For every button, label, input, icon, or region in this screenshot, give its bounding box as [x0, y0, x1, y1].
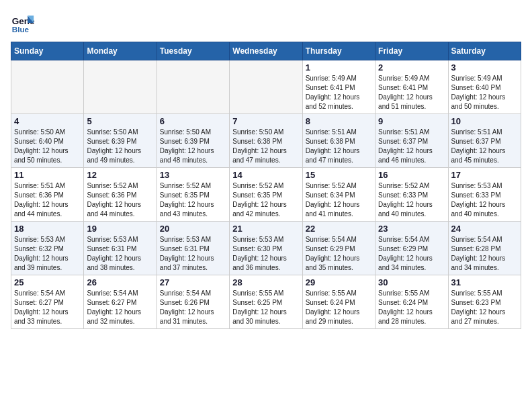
- day-number: 17: [451, 170, 518, 180]
- calendar-cell: 6Sunrise: 5:50 AMSunset: 6:39 PMDaylight…: [157, 114, 229, 168]
- day-number: 16: [378, 170, 445, 180]
- day-number: 2: [378, 62, 445, 73]
- calendar-cell: 8Sunrise: 5:51 AMSunset: 6:38 PMDaylight…: [302, 114, 375, 168]
- day-info: Sunrise: 5:54 AMSunset: 6:26 PMDaylight:…: [160, 289, 226, 326]
- calendar-cell: 10Sunrise: 5:51 AMSunset: 6:37 PMDayligh…: [448, 114, 521, 168]
- header-thursday: Thursday: [302, 42, 375, 60]
- calendar-cell: 27Sunrise: 5:54 AMSunset: 6:26 PMDayligh…: [157, 275, 229, 329]
- calendar-cell: [84, 60, 157, 114]
- calendar-cell: 19Sunrise: 5:53 AMSunset: 6:31 PMDayligh…: [84, 222, 157, 275]
- header-wednesday: Wednesday: [230, 42, 302, 60]
- week-row-1: 1Sunrise: 5:49 AMSunset: 6:41 PMDaylight…: [11, 60, 521, 114]
- day-info: Sunrise: 5:53 AMSunset: 6:32 PMDaylight:…: [14, 235, 81, 273]
- day-info: Sunrise: 5:54 AMSunset: 6:27 PMDaylight:…: [14, 289, 81, 326]
- calendar-cell: 18Sunrise: 5:53 AMSunset: 6:32 PMDayligh…: [11, 222, 84, 275]
- logo-icon: General Blue: [11, 11, 35, 35]
- calendar-cell: 7Sunrise: 5:50 AMSunset: 6:38 PMDaylight…: [230, 114, 302, 168]
- header-friday: Friday: [375, 42, 448, 60]
- day-info: Sunrise: 5:50 AMSunset: 6:39 PMDaylight:…: [160, 128, 226, 165]
- day-info: Sunrise: 5:50 AMSunset: 6:39 PMDaylight:…: [87, 128, 153, 165]
- day-info: Sunrise: 5:52 AMSunset: 6:34 PMDaylight:…: [306, 181, 372, 219]
- day-info: Sunrise: 5:53 AMSunset: 6:31 PMDaylight:…: [87, 235, 153, 273]
- calendar-cell: [157, 60, 229, 114]
- calendar-cell: 2Sunrise: 5:49 AMSunset: 6:41 PMDaylight…: [375, 60, 448, 114]
- day-number: 27: [160, 277, 226, 287]
- day-number: 18: [14, 224, 81, 234]
- day-info: Sunrise: 5:55 AMSunset: 6:24 PMDaylight:…: [306, 289, 372, 326]
- day-info: Sunrise: 5:51 AMSunset: 6:36 PMDaylight:…: [14, 181, 81, 219]
- calendar-cell: 3Sunrise: 5:49 AMSunset: 6:40 PMDaylight…: [448, 60, 521, 114]
- day-number: 14: [232, 170, 299, 180]
- day-info: Sunrise: 5:52 AMSunset: 6:36 PMDaylight:…: [87, 181, 153, 219]
- calendar-cell: 22Sunrise: 5:54 AMSunset: 6:29 PMDayligh…: [302, 222, 375, 275]
- page-header: General Blue: [11, 11, 521, 35]
- calendar-cell: [230, 60, 302, 114]
- day-info: Sunrise: 5:50 AMSunset: 6:38 PMDaylight:…: [232, 128, 299, 165]
- header-saturday: Saturday: [448, 42, 521, 60]
- day-number: 1: [306, 62, 372, 73]
- day-number: 5: [87, 116, 153, 126]
- calendar-cell: 25Sunrise: 5:54 AMSunset: 6:27 PMDayligh…: [11, 275, 84, 329]
- calendar-cell: 9Sunrise: 5:51 AMSunset: 6:37 PMDaylight…: [375, 114, 448, 168]
- day-number: 21: [232, 224, 299, 234]
- day-info: Sunrise: 5:54 AMSunset: 6:27 PMDaylight:…: [87, 289, 153, 326]
- calendar-cell: 28Sunrise: 5:55 AMSunset: 6:25 PMDayligh…: [230, 275, 302, 329]
- calendar-cell: 31Sunrise: 5:55 AMSunset: 6:23 PMDayligh…: [448, 275, 521, 329]
- day-info: Sunrise: 5:53 AMSunset: 6:33 PMDaylight:…: [451, 181, 518, 219]
- calendar-cell: 12Sunrise: 5:52 AMSunset: 6:36 PMDayligh…: [84, 168, 157, 222]
- calendar-cell: [11, 60, 84, 114]
- day-info: Sunrise: 5:53 AMSunset: 6:30 PMDaylight:…: [232, 235, 299, 273]
- day-number: 30: [378, 277, 445, 287]
- day-info: Sunrise: 5:52 AMSunset: 6:35 PMDaylight:…: [232, 181, 299, 219]
- calendar-cell: 29Sunrise: 5:55 AMSunset: 6:24 PMDayligh…: [302, 275, 375, 329]
- day-info: Sunrise: 5:55 AMSunset: 6:25 PMDaylight:…: [232, 289, 299, 326]
- day-number: 29: [306, 277, 372, 287]
- calendar-cell: 13Sunrise: 5:52 AMSunset: 6:35 PMDayligh…: [157, 168, 229, 222]
- day-info: Sunrise: 5:54 AMSunset: 6:29 PMDaylight:…: [378, 235, 445, 273]
- day-info: Sunrise: 5:55 AMSunset: 6:24 PMDaylight:…: [378, 289, 445, 326]
- calendar-cell: 14Sunrise: 5:52 AMSunset: 6:35 PMDayligh…: [230, 168, 302, 222]
- day-info: Sunrise: 5:49 AMSunset: 6:41 PMDaylight:…: [378, 74, 445, 111]
- calendar-cell: 11Sunrise: 5:51 AMSunset: 6:36 PMDayligh…: [11, 168, 84, 222]
- calendar-cell: 30Sunrise: 5:55 AMSunset: 6:24 PMDayligh…: [375, 275, 448, 329]
- week-row-5: 25Sunrise: 5:54 AMSunset: 6:27 PMDayligh…: [11, 275, 521, 329]
- day-info: Sunrise: 5:51 AMSunset: 6:37 PMDaylight:…: [378, 128, 445, 165]
- calendar-cell: 1Sunrise: 5:49 AMSunset: 6:41 PMDaylight…: [302, 60, 375, 114]
- day-info: Sunrise: 5:54 AMSunset: 6:28 PMDaylight:…: [451, 235, 518, 273]
- day-number: 19: [87, 224, 153, 234]
- week-row-3: 11Sunrise: 5:51 AMSunset: 6:36 PMDayligh…: [11, 168, 521, 222]
- week-row-2: 4Sunrise: 5:50 AMSunset: 6:40 PMDaylight…: [11, 114, 521, 168]
- calendar-cell: 15Sunrise: 5:52 AMSunset: 6:34 PMDayligh…: [302, 168, 375, 222]
- calendar-cell: 21Sunrise: 5:53 AMSunset: 6:30 PMDayligh…: [230, 222, 302, 275]
- calendar-cell: 17Sunrise: 5:53 AMSunset: 6:33 PMDayligh…: [448, 168, 521, 222]
- header-row: SundayMondayTuesdayWednesdayThursdayFrid…: [11, 42, 521, 60]
- day-info: Sunrise: 5:54 AMSunset: 6:29 PMDaylight:…: [306, 235, 372, 273]
- header-tuesday: Tuesday: [157, 42, 229, 60]
- day-number: 4: [14, 116, 81, 126]
- day-number: 25: [14, 277, 81, 287]
- calendar-cell: 23Sunrise: 5:54 AMSunset: 6:29 PMDayligh…: [375, 222, 448, 275]
- day-number: 11: [14, 170, 81, 180]
- day-number: 26: [87, 277, 153, 287]
- day-number: 22: [306, 224, 372, 234]
- calendar-cell: 26Sunrise: 5:54 AMSunset: 6:27 PMDayligh…: [84, 275, 157, 329]
- day-number: 23: [378, 224, 445, 234]
- day-info: Sunrise: 5:55 AMSunset: 6:23 PMDaylight:…: [451, 289, 518, 326]
- logo: General Blue: [11, 11, 35, 35]
- day-info: Sunrise: 5:50 AMSunset: 6:40 PMDaylight:…: [14, 128, 81, 165]
- day-number: 9: [378, 116, 445, 126]
- day-number: 20: [160, 224, 226, 234]
- day-number: 31: [451, 277, 518, 287]
- day-info: Sunrise: 5:49 AMSunset: 6:40 PMDaylight:…: [451, 74, 518, 111]
- svg-text:Blue: Blue: [12, 25, 30, 34]
- day-number: 24: [451, 224, 518, 234]
- day-number: 8: [306, 116, 372, 126]
- day-number: 13: [160, 170, 226, 180]
- day-info: Sunrise: 5:53 AMSunset: 6:31 PMDaylight:…: [160, 235, 226, 273]
- day-number: 6: [160, 116, 226, 126]
- week-row-4: 18Sunrise: 5:53 AMSunset: 6:32 PMDayligh…: [11, 222, 521, 275]
- day-number: 10: [451, 116, 518, 126]
- calendar-body: 1Sunrise: 5:49 AMSunset: 6:41 PMDaylight…: [11, 60, 521, 329]
- day-info: Sunrise: 5:51 AMSunset: 6:37 PMDaylight:…: [451, 128, 518, 165]
- day-info: Sunrise: 5:52 AMSunset: 6:35 PMDaylight:…: [160, 181, 226, 219]
